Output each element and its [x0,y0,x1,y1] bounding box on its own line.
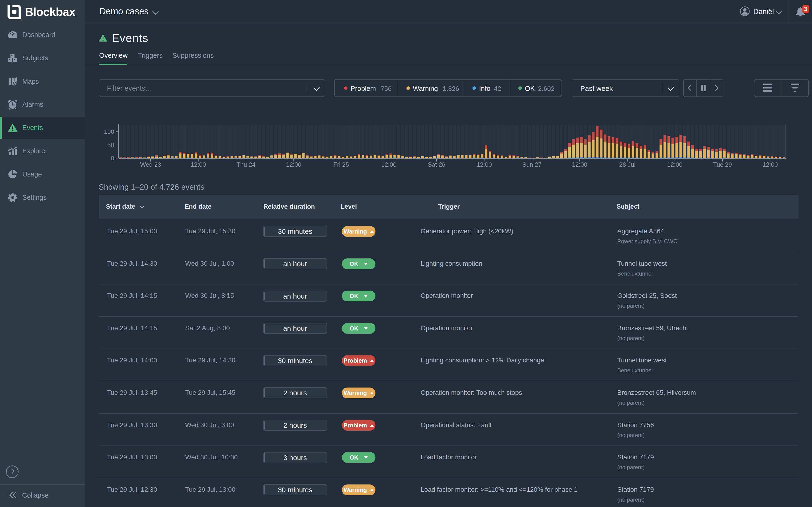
svg-text:0: 0 [111,155,114,162]
svg-text:12:00: 12:00 [667,161,682,167]
svg-text:Wed 23: Wed 23 [140,161,161,167]
svg-text:Thu 24: Thu 24 [237,161,256,167]
svg-text:12:00: 12:00 [381,161,396,167]
svg-text:Fri 25: Fri 25 [334,161,349,167]
svg-text:12:00: 12:00 [286,161,301,167]
svg-text:100: 100 [104,128,114,135]
svg-text:Sat 26: Sat 26 [427,161,445,167]
svg-text:50: 50 [107,142,114,149]
svg-text:12:00: 12:00 [762,161,778,167]
svg-text:Tue 29: Tue 29 [713,161,732,167]
svg-text:28 Jul: 28 Jul [619,161,635,167]
svg-text:12:00: 12:00 [191,161,206,167]
svg-text:12:00: 12:00 [476,161,492,167]
svg-text:12:00: 12:00 [572,161,587,167]
svg-text:Sun 27: Sun 27 [522,161,542,167]
